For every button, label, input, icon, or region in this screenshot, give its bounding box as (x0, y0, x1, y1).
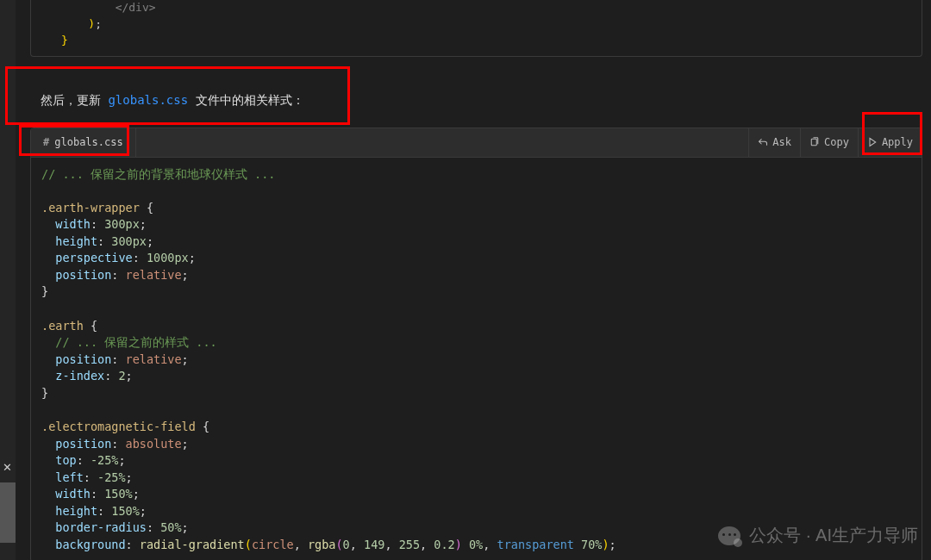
code-block-header: # globals.css Ask Copy Apply (31, 128, 922, 158)
left-gutter (0, 0, 16, 560)
apply-button[interactable]: Apply (858, 128, 922, 157)
close-icon[interactable]: ✕ (3, 461, 12, 474)
play-icon (867, 137, 878, 147)
svg-rect-0 (811, 139, 816, 146)
reply-icon (758, 137, 768, 147)
code-block-body: // ... 保留之前的背景和地球仪样式 ... .earth-wrapper … (31, 158, 922, 560)
code-block-filename: globals.css (54, 136, 122, 148)
message-text-before: 然后，更新 (41, 93, 108, 107)
hash-icon: # (43, 136, 49, 148)
assistant-message: 然后，更新 globals.css 文件中的相关样式： (30, 93, 922, 109)
copy-icon (809, 137, 820, 147)
previous-code-snippet: </div> ); } (30, 0, 922, 57)
filename-link[interactable]: globals.css (108, 93, 188, 107)
message-text-after: 文件中的相关样式： (188, 93, 303, 107)
scrollbar-thumb[interactable] (0, 482, 16, 543)
chat-panel: </div> ); } 然后，更新 globals.css 文件中的相关样式： … (30, 0, 922, 560)
code-block: # globals.css Ask Copy Apply // ... 保留之前… (30, 128, 922, 560)
code-block-tab[interactable]: # globals.css (31, 128, 136, 157)
copy-button[interactable]: Copy (800, 128, 858, 157)
ask-button[interactable]: Ask (748, 128, 800, 157)
